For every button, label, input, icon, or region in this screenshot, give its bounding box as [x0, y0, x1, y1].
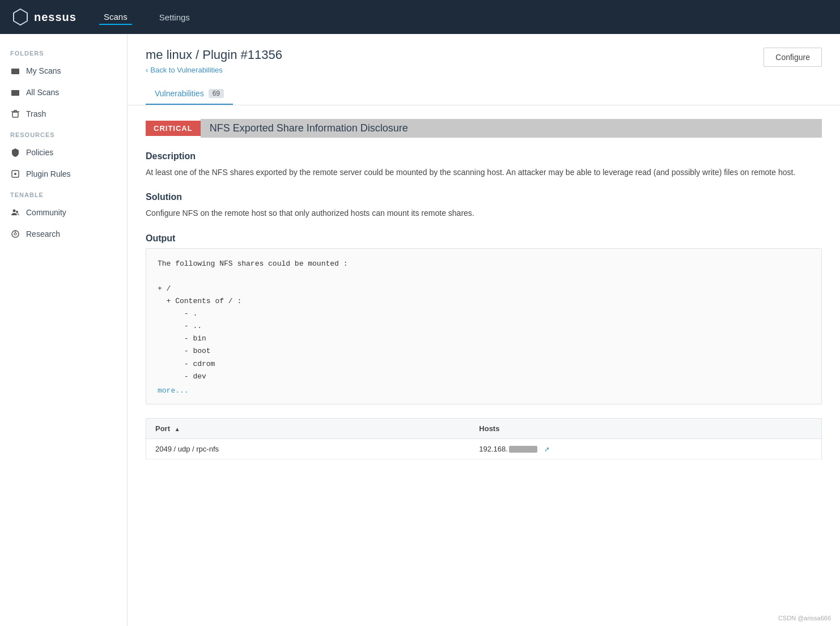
host-cell: 192.168. ➚	[470, 438, 821, 459]
sidebar: FOLDERS My Scans All Scans Trash RESOURC…	[0, 34, 128, 626]
footer-credit: CSDN @arissa666	[778, 615, 831, 621]
sidebar-item-label-all-scans: All Scans	[26, 88, 59, 97]
port-hosts-table: Port ▲ Hosts 2049 / udp / rpc-nfs 192.16…	[146, 418, 822, 459]
shield-icon	[10, 147, 20, 157]
port-cell: 2049 / udp / rpc-nfs	[146, 438, 470, 459]
description-label: Description	[146, 151, 822, 161]
logo-area: nessus	[11, 8, 77, 26]
community-icon	[10, 207, 20, 218]
sidebar-item-label-my-scans: My Scans	[26, 66, 61, 75]
page-header-left: me linux / Plugin #11356 ‹ Back to Vulne…	[146, 48, 282, 74]
tab-vulnerabilities-badge: 69	[209, 89, 224, 98]
port-col-header: Port ▲	[146, 418, 470, 438]
tab-vulnerabilities[interactable]: Vulnerabilities 69	[146, 83, 233, 105]
nessus-logo-icon	[11, 8, 29, 26]
sidebar-item-label-policies: Policies	[26, 148, 53, 157]
svg-point-5	[14, 173, 16, 175]
sidebar-item-community[interactable]: Community	[0, 202, 127, 223]
host-prefix: 192.168.	[479, 445, 508, 453]
sidebar-item-label-plugin-rules: Plugin Rules	[26, 169, 71, 178]
logo-text: nessus	[34, 11, 77, 24]
vulnerability-content: CRITICAL NFS Exported Share Information …	[128, 105, 840, 473]
sidebar-item-research[interactable]: Research	[0, 223, 127, 245]
research-icon	[10, 229, 20, 239]
sidebar-item-label-community: Community	[26, 208, 66, 217]
content-area: me linux / Plugin #11356 ‹ Back to Vulne…	[128, 34, 840, 626]
sidebar-item-plugin-rules[interactable]: Plugin Rules	[0, 163, 127, 185]
sidebar-item-trash[interactable]: Trash	[0, 103, 127, 125]
plugin-rules-icon	[10, 169, 20, 179]
nav-scans[interactable]: Scans	[99, 10, 132, 25]
sidebar-item-label-trash: Trash	[26, 109, 46, 118]
sidebar-item-policies[interactable]: Policies	[0, 142, 127, 163]
nav-settings[interactable]: Settings	[155, 10, 194, 24]
svg-point-9	[14, 233, 16, 235]
folder-icon	[10, 66, 20, 76]
tab-vulnerabilities-label: Vulnerabilities	[155, 89, 204, 98]
host-masked	[509, 446, 537, 453]
main-layout: FOLDERS My Scans All Scans Trash RESOURC…	[0, 34, 840, 626]
svg-marker-0	[14, 9, 27, 25]
tenable-label: TENABLE	[0, 185, 127, 202]
solution-text: Configure NFS on the remote host so that…	[146, 207, 822, 219]
external-link-icon[interactable]: ➚	[544, 445, 550, 453]
output-block: The following NFS shares could be mounte…	[146, 248, 822, 404]
back-to-vulnerabilities-link[interactable]: ‹ Back to Vulnerabilities	[146, 66, 282, 74]
vuln-header-row: CRITICAL NFS Exported Share Information …	[146, 119, 822, 138]
table-row: 2049 / udp / rpc-nfs 192.168. ➚	[146, 438, 822, 459]
output-code: The following NFS shares could be mounte…	[158, 258, 810, 383]
configure-button[interactable]: Configure	[763, 48, 822, 67]
sidebar-item-all-scans[interactable]: All Scans	[0, 82, 127, 103]
sidebar-item-label-research: Research	[26, 229, 60, 239]
page-header: me linux / Plugin #11356 ‹ Back to Vulne…	[128, 34, 840, 74]
folder-icon-2	[10, 87, 20, 97]
sidebar-item-my-scans[interactable]: My Scans	[0, 60, 127, 82]
svg-point-6	[13, 210, 16, 212]
page-title: me linux / Plugin #11356	[146, 48, 282, 62]
topbar: nessus Scans Settings	[0, 0, 840, 34]
solution-label: Solution	[146, 192, 822, 202]
resources-label: RESOURCES	[0, 125, 127, 142]
critical-badge: CRITICAL	[146, 121, 201, 136]
svg-point-7	[16, 211, 18, 213]
chevron-left-icon: ‹	[146, 66, 148, 74]
trash-icon	[10, 109, 20, 119]
description-text: At least one of the NFS shares exported …	[146, 166, 822, 178]
tabs-bar: Vulnerabilities 69	[128, 74, 840, 105]
svg-rect-3	[12, 112, 18, 117]
hosts-col-header: Hosts	[470, 418, 821, 438]
folders-label: FOLDERS	[0, 43, 127, 60]
output-label: Output	[146, 233, 822, 244]
sort-icon[interactable]: ▲	[175, 426, 180, 432]
vuln-title: NFS Exported Share Information Disclosur…	[201, 119, 822, 138]
more-link[interactable]: more...	[158, 386, 810, 395]
